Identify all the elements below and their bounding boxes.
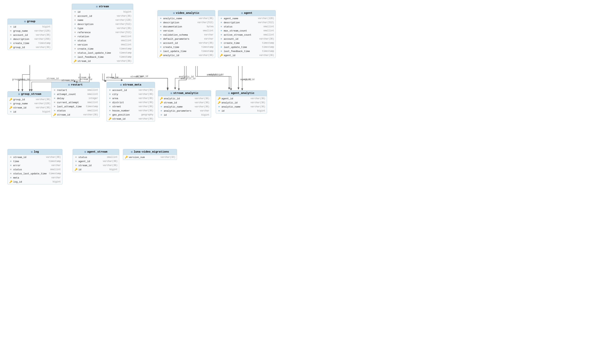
table-row: ≡ reference varchar(512) [72, 30, 133, 34]
table-row: ≡ agent_id varchar(36) [73, 159, 119, 163]
key-icon: 🔑 [160, 97, 163, 100]
field-icon: ≡ [9, 102, 12, 105]
field-icon: ≡ [108, 89, 112, 91]
field-icon: ≡ [9, 176, 12, 179]
field-icon: ≡ [108, 109, 112, 112]
key-icon: 🔑 [73, 60, 77, 62]
field-icon: ≡ [9, 168, 12, 171]
table-row: 🔑 agent_id varchar(36) [218, 53, 275, 57]
key-icon: 🔑 [9, 181, 12, 183]
table-row: ≡ analytic_parameters varchar [158, 109, 211, 113]
table-stream-meta-body: ≡ account_id varchar(36) ≡ city varchar(… [107, 88, 155, 121]
table-row: 🔑 group_id varchar(36) [8, 45, 52, 49]
table-luna-video-migrations: ⊞ luna-video_migrations 🔑 version_num va… [123, 149, 177, 160]
table-log: ⊞ log ≡ stream_id varchar(36) ≡ time tim… [8, 149, 62, 184]
table-row: ≡ account_id varchar(36) [158, 41, 215, 45]
svg-text:analytic_id: analytic_id [181, 77, 195, 80]
table-row: ≡ last_feedback_time timestamp [72, 55, 133, 59]
table-stream-meta: ⊞ stream_meta ≡ account_id varchar(36) ≡… [107, 82, 155, 122]
key-icon: 🔑 [125, 156, 128, 158]
svg-marker-11 [74, 80, 75, 82]
field-icon: ≡ [220, 29, 223, 32]
table-row: ≡ last_update_time timestamp [218, 45, 275, 49]
svg-text:group_id: group_id [12, 78, 23, 81]
table-icon-stream-analytic: ⊞ [171, 92, 172, 95]
field-icon: ≡ [217, 109, 221, 112]
table-row: 🔑 stream_id varchar(36) [72, 59, 133, 63]
svg-text:stream_id: stream_id [80, 78, 92, 81]
svg-marker-15 [121, 79, 123, 81]
table-stream: ⊞ stream ≡ id bigint ≡ account_id varcha… [72, 4, 133, 64]
table-icon-restart: ⊞ [68, 83, 70, 86]
table-row: ≡ rotation smallint [72, 34, 133, 39]
table-row: ≡ error varchar [8, 163, 62, 167]
table-row: 🔑 analytic_id varchar(36) [158, 97, 211, 101]
table-row: ≡ city varchar(36) [107, 92, 155, 96]
table-row: 🔑 agent_id varchar(36) [216, 97, 267, 101]
table-stream-meta-header: ⊞ stream_meta [107, 82, 155, 88]
svg-marker-26 [174, 88, 176, 89]
table-row: ≡ district varchar(36) [107, 100, 155, 105]
table-row: ≡ id bigint [72, 10, 133, 14]
table-row: ≡ group_name varchar(128) [8, 101, 52, 106]
table-row: ≡ status smallint [218, 25, 275, 29]
table-row: ≡ account_id varchar(36) [8, 33, 52, 37]
table-row: ≡ id bigint [216, 109, 267, 113]
svg-text:stream_id: stream_id [78, 76, 90, 79]
table-row: ≡ analytic_name varchar(36) [158, 17, 215, 20]
field-icon: ≡ [108, 97, 112, 100]
table-row: ≡ default_parameters varchar [158, 37, 215, 41]
table-row: ≡ status smallint [73, 155, 119, 159]
field-icon: ≡ [108, 101, 112, 104]
field-icon: ≡ [9, 110, 12, 113]
table-row: ≡ description varchar(512) [218, 20, 275, 25]
field-icon: ≡ [220, 21, 223, 24]
table-icon-group: ⊞ [24, 20, 26, 23]
table-row: ≡ meta varchar [8, 176, 62, 180]
table-group-stream-header: ⊞ group_stream [8, 91, 52, 97]
svg-marker-21 [167, 88, 169, 89]
table-row: 🔑 analytic_id varchar(36) [216, 101, 267, 105]
table-row: ≡ status smallint [72, 39, 133, 43]
table-row: ≡ attempt_count smallint [51, 92, 100, 96]
table-row: ≡ name varchar(128) [72, 18, 133, 22]
table-row: ≡ documentation bytea [158, 25, 215, 29]
table-row: 🔑 stream_id varchar(36) [8, 106, 52, 110]
svg-marker-35 [21, 89, 23, 91]
table-row: ≡ create_time timestamp [158, 45, 215, 49]
field-icon: ≡ [53, 93, 56, 96]
table-luna-video-migrations-header: ⊞ luna-video_migrations [123, 149, 177, 155]
table-row: ≡ last_update_time timestamp [158, 49, 215, 53]
key-icon: 🔑 [9, 106, 12, 109]
field-icon: ≡ [220, 38, 223, 40]
field-icon: ≡ [159, 50, 162, 52]
field-icon: ≡ [159, 33, 162, 36]
table-row: ≡ account_id varchar(36) [72, 14, 133, 18]
table-row: ≡ id bigint [8, 110, 52, 114]
table-row: ≡ analytic_name varchar(36) [216, 105, 267, 109]
svg-text:analytic_id: analytic_id [207, 74, 222, 76]
svg-text:agent_id: agent_id [240, 78, 251, 81]
table-row: ≡ street varchar(36) [107, 105, 155, 109]
table-row: ≡ group_name varchar(128) [8, 29, 52, 33]
table-icon-stream-meta: ⊞ [120, 83, 122, 86]
field-icon: ≡ [73, 11, 77, 13]
table-row: ≡ status smallint [51, 109, 100, 113]
table-agent-analytic-body: 🔑 agent_id varchar(36) 🔑 analytic_id var… [216, 96, 267, 113]
table-row: ≡ active_stream_count smallint [218, 33, 275, 37]
key-icon: 🔑 [159, 54, 162, 57]
field-icon: ≡ [73, 27, 77, 30]
field-icon: ≡ [220, 25, 223, 28]
table-row: ≡ type varchar(36) [72, 26, 133, 30]
key-icon: 🔑 [9, 98, 12, 101]
field-icon: ≡ [73, 15, 77, 17]
svg-marker-7 [31, 89, 33, 91]
svg-marker-34 [238, 88, 239, 89]
table-row: ≡ description varchar(256) [8, 37, 52, 41]
table-row: ≡ agent_name varchar(128) [218, 17, 275, 20]
field-icon: ≡ [159, 25, 162, 28]
field-icon: ≡ [73, 43, 77, 46]
field-icon: ≡ [9, 156, 12, 158]
field-icon: ≡ [108, 114, 112, 116]
table-log-header: ⊞ log [8, 149, 62, 155]
